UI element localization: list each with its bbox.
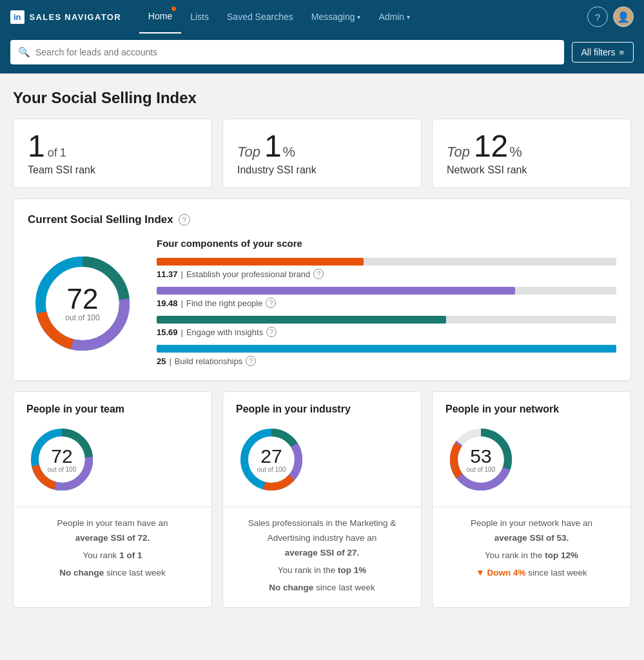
network-card: People in your network 53 out of 100 <box>432 391 631 608</box>
network-rank-top-label: Top <box>447 144 470 160</box>
component-value-4: 25 <box>157 356 166 366</box>
component-help-2[interactable]: ? <box>266 298 276 308</box>
network-rank-pct: % <box>509 144 522 160</box>
team-card-title: People in your team <box>26 403 199 415</box>
component-row-1: 11.37 | Establish your professional bran… <box>157 258 616 279</box>
network-rank-label: Network SSI rank <box>447 164 616 176</box>
component-row-3: 15.69 | Engage with insights ? <box>157 316 616 337</box>
all-filters-button[interactable]: All filters ≡ <box>572 42 634 63</box>
nav-link-admin[interactable]: Admin ▾ <box>369 0 419 34</box>
four-components: Four components of your score 11.37 | Es… <box>157 238 616 369</box>
industry-card-info: Sales professionals in the Marketing & A… <box>223 507 421 607</box>
nav-link-home[interactable]: Home <box>139 0 181 34</box>
team-rank-number: 1 <box>28 131 45 162</box>
rank-cards-row: 1 of 1 Team SSI rank Top 1 % Industry SS… <box>13 119 631 188</box>
team-rank-of: of <box>48 146 57 160</box>
search-icon: 🔍 <box>18 46 30 58</box>
ssi-main-card: Current Social Selling Index ? <box>13 199 631 381</box>
search-input[interactable] <box>35 47 556 57</box>
ssi-score-label: out of 100 <box>65 313 99 322</box>
industry-rank-top-label: Top <box>237 144 260 160</box>
user-avatar[interactable]: 👤 <box>613 6 634 27</box>
component-help-1[interactable]: ? <box>313 269 324 279</box>
industry-card-title: People in your industry <box>236 403 408 415</box>
industry-rank-pct: % <box>283 144 296 160</box>
network-score-label: out of 100 <box>467 466 495 473</box>
main-content: Your Social Selling Index 1 of 1 Team SS… <box>0 73 644 660</box>
search-input-container: 🔍 <box>10 40 564 64</box>
industry-ssi-rank-card: Top 1 % Industry SSI rank <box>222 119 422 188</box>
search-bar-row: 🔍 All filters ≡ <box>0 34 644 73</box>
ssi-score-number: 72 <box>65 285 99 313</box>
industry-rank-info: You rank in the top 1% <box>236 563 408 578</box>
components-title: Four components of your score <box>157 238 616 249</box>
nav-right-icons: ? 👤 <box>587 6 634 27</box>
component-value-1: 11.37 <box>157 269 178 279</box>
component-label-1: Establish your professional brand <box>186 269 310 279</box>
home-notification-dot <box>171 6 176 11</box>
network-card-title: People in your network <box>445 403 618 415</box>
top-nav: in SALES NAVIGATOR Home Lists Saved Sear… <box>0 0 644 34</box>
team-rank-label: Team SSI rank <box>28 164 197 176</box>
nav-link-lists[interactable]: Lists <box>181 0 218 34</box>
component-help-3[interactable]: ? <box>266 327 277 337</box>
network-ssi-rank-card: Top 12 % Network SSI rank <box>432 119 631 188</box>
industry-rank-label: Industry SSI rank <box>237 164 407 176</box>
network-change-info: ▼ Down 4% since last week <box>445 566 618 581</box>
network-score-number: 53 <box>467 447 495 466</box>
industry-card: People in your industry 27 out of 100 <box>222 391 422 608</box>
team-small-donut: 72 out of 100 <box>26 424 97 495</box>
network-card-info: People in your network have an average S… <box>433 507 630 592</box>
nav-links: Home Lists Saved Searches Messaging ▾ Ad… <box>139 0 587 34</box>
team-rank-info: You rank 1 of 1 <box>26 548 199 563</box>
network-small-donut: 53 out of 100 <box>445 424 516 495</box>
help-button[interactable]: ? <box>587 6 608 27</box>
component-help-4[interactable]: ? <box>246 356 256 366</box>
industry-rank-number: 1 <box>264 131 282 162</box>
messaging-arrow-icon: ▾ <box>357 14 360 21</box>
team-rank-total: 1 <box>60 146 66 160</box>
component-row-4: 25 | Build relationships ? <box>157 345 616 366</box>
admin-arrow-icon: ▾ <box>407 14 410 21</box>
team-card-info: People in your team have an average SSI … <box>14 507 211 592</box>
component-bar-1 <box>157 258 364 266</box>
component-value-2: 19.48 <box>157 298 178 308</box>
industry-score-label: out of 100 <box>257 466 286 473</box>
component-label-2: Find the right people <box>186 298 263 308</box>
network-rank-number: 12 <box>474 131 508 162</box>
industry-change-info: No change since last week <box>236 581 408 596</box>
component-value-3: 15.69 <box>157 327 178 337</box>
team-card: People in your team 72 out of 100 <box>13 391 212 608</box>
ssi-donut-score: 72 out of 100 <box>65 285 99 322</box>
ssi-help-icon[interactable]: ? <box>179 214 190 226</box>
linkedin-logo[interactable]: in <box>10 10 24 24</box>
network-rank-info: You rank in the top 12% <box>445 548 618 563</box>
team-ssi-rank-card: 1 of 1 Team SSI rank <box>13 119 212 188</box>
component-bar-4 <box>157 345 616 353</box>
component-label-4: Build relationships <box>175 356 243 366</box>
team-score-number: 72 <box>48 447 76 466</box>
team-score-label: out of 100 <box>48 466 76 473</box>
nav-link-messaging[interactable]: Messaging ▾ <box>302 0 370 34</box>
ssi-card-title: Current Social Selling Index <box>28 213 173 226</box>
team-change-info: No change since last week <box>26 566 199 581</box>
component-bar-2 <box>157 287 515 295</box>
component-label-3: Engage with insights <box>186 327 263 337</box>
component-bar-3 <box>157 316 446 324</box>
nav-link-saved-searches[interactable]: Saved Searches <box>218 0 302 34</box>
nav-brand: SALES NAVIGATOR <box>30 12 121 22</box>
down-arrow-icon: ▼ <box>476 568 484 578</box>
page-title: Your Social Selling Index <box>13 89 631 107</box>
ssi-donut-chart: 72 out of 100 <box>28 249 137 358</box>
bottom-cards-row: People in your team 72 out of 100 <box>13 391 631 608</box>
filters-icon: ≡ <box>619 48 624 57</box>
industry-small-donut: 27 out of 100 <box>236 424 307 495</box>
industry-score-number: 27 <box>257 447 286 466</box>
component-row-2: 19.48 | Find the right people ? <box>157 287 616 308</box>
